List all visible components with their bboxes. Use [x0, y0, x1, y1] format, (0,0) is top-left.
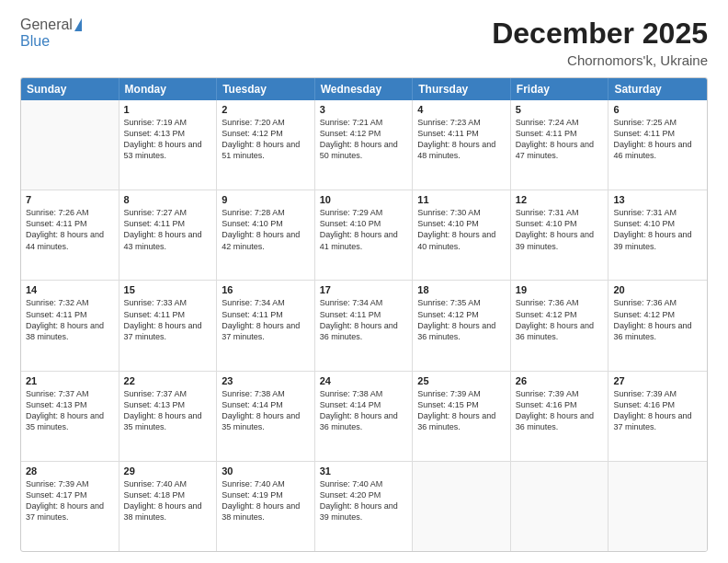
cell-info-line: Sunrise: 7:33 AM [124, 297, 212, 308]
cell-info-line: Daylight: 8 hours and 35 minutes. [124, 410, 212, 432]
cell-info-line: Sunrise: 7:27 AM [124, 207, 212, 218]
calendar-cell: 9Sunrise: 7:28 AMSunset: 4:10 PMDaylight… [217, 190, 315, 280]
calendar-cell: 28Sunrise: 7:39 AMSunset: 4:17 PMDayligh… [21, 462, 119, 551]
cell-info-line: Sunrise: 7:25 AM [613, 117, 702, 128]
cell-info-line: Daylight: 8 hours and 36 minutes. [613, 320, 702, 342]
day-number: 3 [320, 104, 408, 115]
cell-info-line: Daylight: 8 hours and 50 minutes. [320, 139, 408, 161]
cell-info-line: Sunset: 4:12 PM [613, 309, 702, 320]
calendar-cell: 30Sunrise: 7:40 AMSunset: 4:19 PMDayligh… [217, 462, 315, 551]
cell-info-line: Sunrise: 7:35 AM [417, 297, 506, 308]
calendar-row-2: 14Sunrise: 7:32 AMSunset: 4:11 PMDayligh… [21, 281, 707, 371]
calendar-cell: 22Sunrise: 7:37 AMSunset: 4:13 PMDayligh… [119, 372, 218, 461]
cell-info-line: Sunset: 4:10 PM [222, 218, 310, 229]
day-number: 12 [516, 194, 604, 205]
calendar: SundayMondayTuesdayWednesdayThursdayFrid… [20, 77, 708, 552]
cell-info-line: Sunrise: 7:39 AM [613, 388, 702, 399]
cell-info-line: Sunset: 4:17 PM [26, 489, 114, 500]
calendar-cell: 4Sunrise: 7:23 AMSunset: 4:11 PMDaylight… [413, 100, 511, 190]
cell-info-line: Sunrise: 7:37 AM [26, 388, 114, 399]
header-day-thursday: Thursday [413, 78, 511, 100]
calendar-cell: 18Sunrise: 7:35 AMSunset: 4:12 PMDayligh… [413, 281, 511, 370]
day-number: 27 [613, 375, 702, 386]
day-number: 19 [516, 284, 604, 295]
cell-info-line: Sunrise: 7:32 AM [26, 297, 114, 308]
day-number: 23 [222, 375, 310, 386]
cell-info-line: Sunset: 4:11 PM [26, 309, 114, 320]
calendar-cell: 26Sunrise: 7:39 AMSunset: 4:16 PMDayligh… [511, 372, 609, 461]
cell-info-line: Sunset: 4:10 PM [516, 218, 604, 229]
logo-general-text: General [20, 17, 73, 33]
day-number: 18 [417, 284, 506, 295]
calendar-cell: 29Sunrise: 7:40 AMSunset: 4:18 PMDayligh… [119, 462, 218, 551]
cell-info-line: Sunset: 4:16 PM [613, 399, 702, 410]
calendar-cell: 12Sunrise: 7:31 AMSunset: 4:10 PMDayligh… [511, 190, 609, 280]
calendar-cell: 19Sunrise: 7:36 AMSunset: 4:12 PMDayligh… [511, 281, 609, 370]
cell-info-line: Daylight: 8 hours and 51 minutes. [222, 139, 310, 161]
month-title: December 2025 [492, 17, 708, 51]
calendar-cell: 7Sunrise: 7:26 AMSunset: 4:11 PMDaylight… [21, 190, 119, 280]
cell-info-line: Daylight: 8 hours and 42 minutes. [222, 229, 310, 251]
cell-info-line: Sunrise: 7:40 AM [124, 478, 212, 489]
cell-info-line: Sunrise: 7:37 AM [124, 388, 212, 399]
cell-info-line: Daylight: 8 hours and 36 minutes. [417, 320, 506, 342]
cell-info-line: Sunrise: 7:34 AM [320, 297, 408, 308]
calendar-body: 1Sunrise: 7:19 AMSunset: 4:13 PMDaylight… [21, 100, 707, 551]
header-day-tuesday: Tuesday [217, 78, 315, 100]
cell-info-line: Sunrise: 7:36 AM [613, 297, 702, 308]
calendar-cell [21, 100, 119, 190]
cell-info-line: Sunrise: 7:39 AM [516, 388, 604, 399]
calendar-cell: 11Sunrise: 7:30 AMSunset: 4:10 PMDayligh… [413, 190, 511, 280]
header-day-wednesday: Wednesday [315, 78, 414, 100]
cell-info-line: Sunrise: 7:23 AM [417, 117, 506, 128]
cell-info-line: Daylight: 8 hours and 36 minutes. [417, 410, 506, 432]
cell-info-line: Sunset: 4:13 PM [124, 128, 212, 139]
cell-info-line: Sunrise: 7:38 AM [320, 388, 408, 399]
calendar-cell: 20Sunrise: 7:36 AMSunset: 4:12 PMDayligh… [609, 281, 707, 370]
day-number: 10 [320, 194, 408, 205]
cell-info-line: Daylight: 8 hours and 36 minutes. [516, 320, 604, 342]
day-number: 21 [26, 375, 114, 386]
cell-info-line: Daylight: 8 hours and 36 minutes. [320, 410, 408, 432]
cell-info-line: Sunset: 4:20 PM [320, 489, 408, 500]
cell-info-line: Sunrise: 7:26 AM [26, 207, 114, 218]
cell-info-line: Sunrise: 7:39 AM [417, 388, 506, 399]
calendar-cell: 27Sunrise: 7:39 AMSunset: 4:16 PMDayligh… [609, 372, 707, 461]
cell-info-line: Sunset: 4:11 PM [26, 218, 114, 229]
cell-info-line: Daylight: 8 hours and 47 minutes. [516, 139, 604, 161]
cell-info-line: Sunset: 4:12 PM [320, 128, 408, 139]
calendar-row-1: 7Sunrise: 7:26 AMSunset: 4:11 PMDaylight… [21, 190, 707, 281]
cell-info-line: Sunrise: 7:31 AM [613, 207, 702, 218]
calendar-cell: 1Sunrise: 7:19 AMSunset: 4:13 PMDaylight… [119, 100, 218, 190]
cell-info-line: Sunset: 4:13 PM [26, 399, 114, 410]
day-number: 2 [222, 104, 310, 115]
cell-info-line: Sunset: 4:10 PM [320, 218, 408, 229]
cell-info-line: Sunrise: 7:40 AM [222, 478, 310, 489]
cell-info-line: Sunset: 4:14 PM [320, 399, 408, 410]
day-number: 25 [417, 375, 506, 386]
calendar-cell: 25Sunrise: 7:39 AMSunset: 4:15 PMDayligh… [413, 372, 511, 461]
calendar-cell: 16Sunrise: 7:34 AMSunset: 4:11 PMDayligh… [217, 281, 315, 370]
header-day-monday: Monday [119, 78, 218, 100]
cell-info-line: Daylight: 8 hours and 38 minutes. [222, 500, 310, 523]
location: Chornomors'k, Ukraine [492, 52, 708, 68]
day-number: 5 [516, 104, 604, 115]
cell-info-line: Sunset: 4:12 PM [222, 128, 310, 139]
day-number: 24 [320, 375, 408, 386]
calendar-cell: 3Sunrise: 7:21 AMSunset: 4:12 PMDaylight… [315, 100, 414, 190]
cell-info-line: Sunset: 4:11 PM [320, 309, 408, 320]
header-day-sunday: Sunday [21, 78, 119, 100]
day-number: 29 [124, 465, 212, 477]
cell-info-line: Daylight: 8 hours and 37 minutes. [222, 320, 310, 342]
cell-info-line: Daylight: 8 hours and 38 minutes. [124, 500, 212, 523]
calendar-cell: 2Sunrise: 7:20 AMSunset: 4:12 PMDaylight… [217, 100, 315, 190]
cell-info-line: Sunset: 4:10 PM [613, 218, 702, 229]
cell-info-line: Sunrise: 7:39 AM [26, 478, 114, 489]
day-number: 31 [320, 465, 408, 477]
cell-info-line: Daylight: 8 hours and 46 minutes. [613, 139, 702, 161]
calendar-cell: 6Sunrise: 7:25 AMSunset: 4:11 PMDaylight… [609, 100, 707, 190]
logo-blue-text: Blue [20, 33, 50, 50]
day-number: 26 [516, 375, 604, 386]
cell-info-line: Sunset: 4:16 PM [516, 399, 604, 410]
calendar-header: SundayMondayTuesdayWednesdayThursdayFrid… [21, 78, 707, 100]
